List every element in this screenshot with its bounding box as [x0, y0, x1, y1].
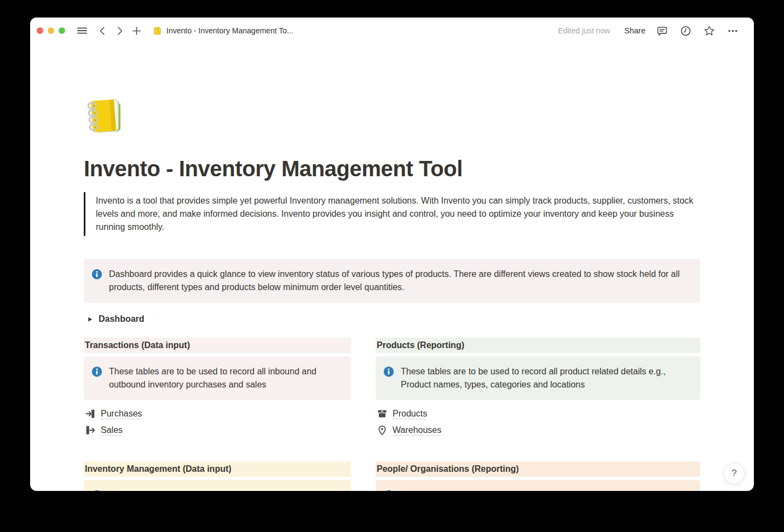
current-page-tab[interactable]: Invento - Inventory Management To...: [152, 26, 293, 36]
quote-block[interactable]: Invento is a tool that provides simple y…: [84, 192, 700, 236]
plus-icon: [132, 26, 141, 36]
two-column-layout: Transactions (Data input) These tables a…: [84, 338, 700, 491]
purchases-link-label: Purchases: [101, 409, 142, 419]
help-button[interactable]: ?: [724, 463, 745, 484]
section-header-products[interactable]: Products (Reporting): [376, 338, 700, 353]
notebook-icon: [84, 94, 128, 138]
titlebar: Invento - Inventory Management To... Edi…: [30, 18, 754, 44]
right-column: Products (Reporting) These tables are to…: [376, 338, 700, 491]
transactions-callout-text: These tables are to be used to record al…: [109, 365, 342, 391]
sales-link-label: Sales: [101, 425, 123, 435]
page-content: Invento - Inventory Management Tool Inve…: [84, 94, 700, 491]
inventory-management-callout[interactable]: These tables are to be used to record al…: [84, 480, 351, 491]
more-options-button[interactable]: [725, 23, 741, 39]
warehouses-link-label: Warehouses: [393, 425, 441, 435]
comments-button[interactable]: [654, 23, 670, 39]
section-header-people-organisations[interactable]: People/ Organisations (Reporting): [376, 461, 700, 477]
archive-box-icon: [377, 408, 388, 419]
star-icon: [704, 25, 715, 37]
products-link[interactable]: Products: [376, 406, 700, 422]
inventory-management-callout-text: These tables are to be used to record al…: [109, 489, 342, 491]
info-icon: [383, 366, 394, 377]
history-button[interactable]: [678, 23, 694, 39]
products-callout-text: These tables are to be used to record al…: [401, 365, 691, 391]
new-tab-button[interactable]: [130, 24, 143, 38]
hamburger-icon: [77, 26, 87, 36]
info-icon: [91, 269, 102, 280]
info-icon: [383, 490, 394, 491]
dashboard-toggle[interactable]: Dashboard: [84, 313, 700, 326]
share-button[interactable]: Share: [620, 24, 650, 37]
ellipsis-icon: [727, 25, 739, 37]
sales-link[interactable]: Sales: [84, 422, 351, 438]
page-title[interactable]: Invento - Inventory Management Tool: [84, 157, 700, 181]
screenshot-background: { "titlebar": { "title": "Invento - Inve…: [0, 0, 784, 532]
window-controls: [37, 27, 65, 34]
sidebar-menu-button[interactable]: [75, 24, 89, 38]
enter-door-icon: [85, 408, 96, 419]
section-header-inventory-management[interactable]: Inventory Management (Data input): [84, 461, 351, 477]
location-pin-icon: [377, 425, 388, 436]
chevron-right-icon: [115, 26, 124, 36]
help-button-label: ?: [731, 468, 736, 479]
products-links: Products Warehouses: [376, 406, 700, 438]
left-column: Transactions (Data input) These tables a…: [84, 338, 351, 491]
edited-status: Edited just now: [558, 26, 610, 35]
products-link-label: Products: [393, 409, 427, 419]
exit-door-icon: [85, 425, 96, 436]
favorite-button[interactable]: [701, 23, 717, 39]
forward-button[interactable]: [113, 24, 126, 38]
page-emoji-icon: [152, 26, 163, 36]
transactions-callout[interactable]: These tables are to be used to record al…: [84, 356, 351, 400]
info-icon: [91, 490, 102, 491]
page-icon[interactable]: [84, 94, 128, 138]
quote-text: Invento is a tool that provides simple y…: [96, 194, 700, 234]
people-organisations-callout-text: These tables are to be used to record de…: [401, 489, 681, 491]
tab-title-label: Invento - Inventory Management To...: [166, 26, 293, 35]
warehouses-link[interactable]: Warehouses: [376, 422, 700, 438]
toggle-arrow-icon: [87, 316, 93, 322]
section-header-transactions[interactable]: Transactions (Data input): [84, 338, 351, 353]
fullscreen-window-button[interactable]: [59, 27, 65, 34]
dashboard-callout[interactable]: Dashboard provides a quick glance to vie…: [84, 259, 700, 303]
purchases-link[interactable]: Purchases: [84, 406, 351, 422]
minimize-window-button[interactable]: [48, 27, 54, 34]
clock-icon: [680, 25, 691, 37]
info-icon: [91, 366, 102, 377]
transactions-links: Purchases Sales: [84, 406, 351, 438]
close-window-button[interactable]: [37, 27, 43, 34]
chevron-left-icon: [98, 26, 107, 36]
products-callout[interactable]: These tables are to be used to record al…: [376, 356, 700, 400]
dashboard-toggle-label: Dashboard: [99, 314, 145, 324]
dashboard-callout-text: Dashboard provides a quick glance to vie…: [109, 268, 691, 294]
back-button[interactable]: [96, 24, 109, 38]
app-window: Invento - Inventory Management To... Edi…: [30, 18, 754, 491]
comment-bubble-icon: [656, 25, 668, 37]
people-organisations-callout[interactable]: These tables are to be used to record de…: [376, 480, 700, 491]
